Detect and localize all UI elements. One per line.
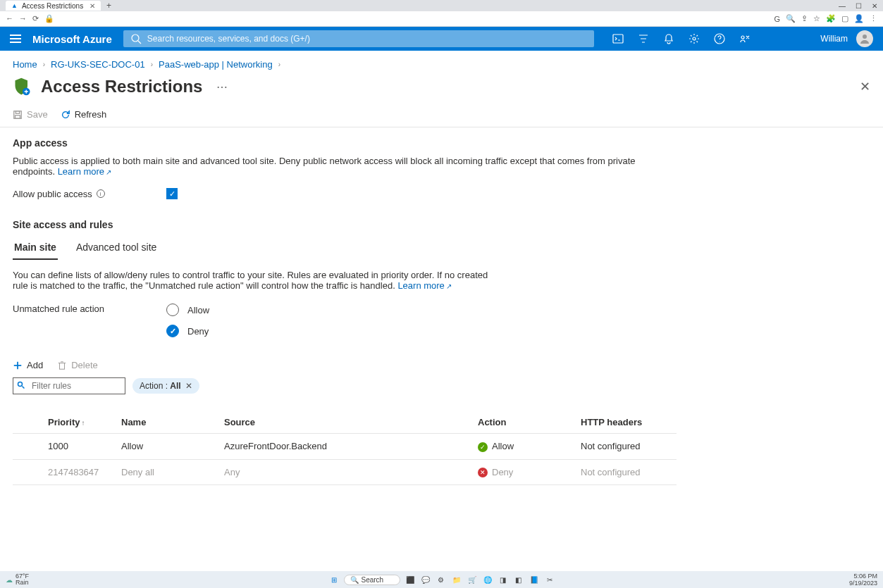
new-tab-button[interactable]: + <box>106 1 111 11</box>
learn-more-link[interactable]: Learn more↗ <box>58 166 111 177</box>
extensions-icon[interactable]: 🧩 <box>826 14 836 23</box>
breadcrumb: Home › RG-UKS-SEC-DOC-01 › PaaS-web-app … <box>0 51 883 74</box>
start-icon[interactable]: ⊞ <box>328 574 340 585</box>
close-window-icon[interactable]: ✕ <box>872 2 877 10</box>
task-app-icon[interactable]: ◨ <box>498 574 509 585</box>
more-options-icon[interactable]: ⋯ <box>216 80 228 94</box>
blade-header: Access Restrictions ⋯ ✕ <box>0 74 883 105</box>
page-title: Access Restrictions <box>41 77 202 96</box>
cell-action: ✕Deny <box>474 459 576 485</box>
svg-rect-9 <box>16 111 19 113</box>
user-name[interactable]: William <box>820 34 848 44</box>
svg-point-0 <box>132 35 139 42</box>
learn-more-link[interactable]: Learn more↗ <box>397 280 451 291</box>
add-rule-button[interactable]: Add <box>13 360 43 370</box>
taskbar-search[interactable]: 🔍 Search <box>344 575 400 585</box>
search-icon <box>130 33 142 44</box>
col-source[interactable]: Source <box>220 411 474 434</box>
close-blade-icon[interactable]: ✕ <box>860 79 870 94</box>
bookmark-icon[interactable]: ☆ <box>813 14 820 23</box>
reload-icon[interactable]: ⟳ <box>32 14 39 23</box>
col-name[interactable]: Name <box>117 411 220 434</box>
breadcrumb-networking[interactable]: PaaS-web-app | Networking <box>159 59 273 70</box>
browser-tab[interactable]: ▲ Access Restrictions - Microsoft A ✕ <box>6 1 101 11</box>
help-icon[interactable] <box>714 33 725 44</box>
close-icon[interactable]: ✕ <box>185 381 192 391</box>
unmatched-rule-radio-group: Allow Deny <box>166 304 209 337</box>
forward-icon[interactable]: → <box>19 14 27 23</box>
col-priority[interactable]: Priority↑ <box>13 411 117 434</box>
rules-table: Priority↑ Name Source Action HTTP header… <box>13 411 677 485</box>
back-icon[interactable]: ← <box>6 14 13 23</box>
refresh-button[interactable]: Refresh <box>61 109 107 120</box>
extension-icon[interactable]: G <box>774 15 780 23</box>
search-input[interactable] <box>147 34 587 44</box>
tab-main-site[interactable]: Main site <box>13 237 58 260</box>
feedback-icon[interactable] <box>739 33 751 44</box>
breadcrumb-rg[interactable]: RG-UKS-SEC-DOC-01 <box>51 59 145 70</box>
col-http[interactable]: HTTP headers <box>576 411 677 434</box>
weather-widget[interactable]: ☁ 67°F Rain <box>6 573 29 586</box>
radio-allow[interactable] <box>166 304 179 316</box>
sort-asc-icon: ↑ <box>82 419 85 427</box>
radio-deny[interactable] <box>166 325 179 337</box>
profile-icon[interactable]: 👤 <box>854 14 864 23</box>
tab-advanced-tool-site[interactable]: Advanced tool site <box>75 237 158 260</box>
app-access-title: App access <box>13 137 870 149</box>
task-app-icon[interactable]: 🌐 <box>482 574 493 585</box>
col-action[interactable]: Action <box>474 411 576 434</box>
close-icon[interactable]: ✕ <box>89 2 95 10</box>
allow-public-access-checkbox[interactable]: ✓ <box>166 188 178 199</box>
cloud-shell-icon[interactable] <box>612 33 624 44</box>
bell-icon[interactable] <box>663 33 674 44</box>
radio-allow-label: Allow <box>187 305 209 315</box>
cell-source: AzureFrontDoor.Backend <box>220 434 474 460</box>
global-search[interactable] <box>123 30 594 47</box>
svg-line-1 <box>138 41 141 44</box>
task-app-icon[interactable]: ⬛ <box>405 574 416 585</box>
tabs-icon[interactable]: ▢ <box>841 14 848 23</box>
external-link-icon: ↗ <box>446 282 452 290</box>
minimize-icon[interactable]: — <box>839 2 846 10</box>
svg-rect-13 <box>60 363 65 369</box>
delete-rule-button: Delete <box>57 360 98 370</box>
avatar[interactable] <box>856 30 873 47</box>
external-link-icon: ↗ <box>106 168 111 176</box>
menu-icon[interactable]: ⋮ <box>870 14 877 23</box>
save-button: Save <box>13 109 48 120</box>
cell-http: Not configured <box>576 459 677 485</box>
filter-rules-input[interactable] <box>13 377 125 394</box>
task-app-icon[interactable]: ✂ <box>544 574 555 585</box>
trash-icon <box>57 361 67 370</box>
task-app-icon[interactable]: 📁 <box>451 574 462 585</box>
site-access-title: Site access and rules <box>13 219 870 230</box>
breadcrumb-home[interactable]: Home <box>13 59 37 70</box>
browser-address-bar: ← → ⟳ 🔒 G 🔍 ⇪ ☆ 🧩 ▢ 👤 ⋮ <box>0 11 883 27</box>
hamburger-menu[interactable] <box>10 35 21 43</box>
task-app-icon[interactable]: 💬 <box>420 574 431 585</box>
refresh-icon <box>61 110 70 120</box>
task-app-icon[interactable]: ⚙ <box>436 574 447 585</box>
brand-label: Microsoft Azure <box>32 33 112 45</box>
filter-rules-input-wrapper <box>13 377 125 394</box>
task-app-icon[interactable]: 🛒 <box>467 574 478 585</box>
gear-icon[interactable] <box>689 33 700 44</box>
table-row[interactable]: 1000AllowAzureFrontDoor.Backend✓AllowNot… <box>13 434 677 460</box>
task-app-icon[interactable]: ◧ <box>513 574 524 585</box>
search-icon <box>17 381 25 389</box>
cell-action: ✓Allow <box>474 434 576 460</box>
system-tray[interactable]: 5:06 PM 9/19/2023 <box>849 573 877 587</box>
share-icon[interactable]: ⇪ <box>801 14 808 23</box>
app-access-desc: Public access is applied to both main si… <box>13 156 647 177</box>
chevron-right-icon: › <box>278 61 280 68</box>
status-icon: ✕ <box>478 468 488 477</box>
filter-icon[interactable] <box>638 33 649 44</box>
action-filter-pill[interactable]: Action : All ✕ <box>132 378 199 394</box>
info-icon[interactable]: i <box>97 189 105 198</box>
task-app-icon[interactable]: 📘 <box>529 574 540 585</box>
allow-public-access-row: Allow public access i ✓ <box>13 188 870 199</box>
zoom-icon[interactable]: 🔍 <box>786 14 796 23</box>
blade-content: App access Public access is applied to b… <box>0 127 883 485</box>
maximize-icon[interactable]: ☐ <box>856 2 862 10</box>
table-row[interactable]: 2147483647Deny allAny✕DenyNot configured <box>13 459 677 485</box>
